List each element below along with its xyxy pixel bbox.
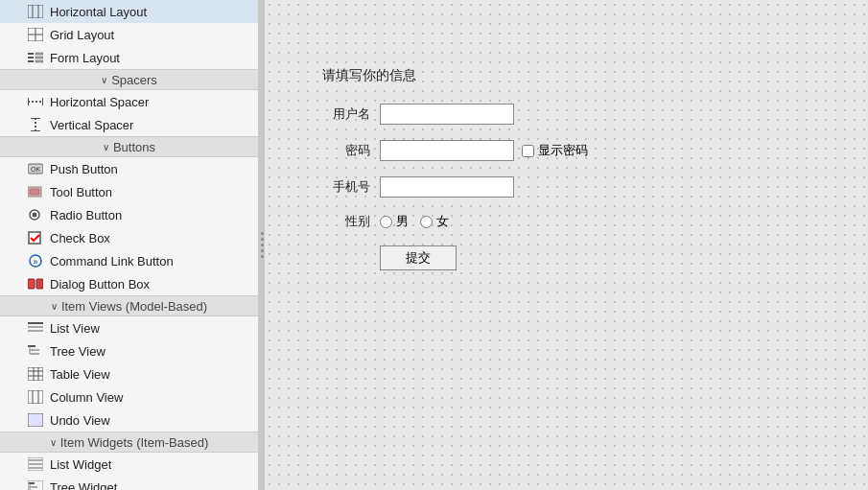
sidebar-item-push-button[interactable]: OK Push Button — [0, 157, 258, 180]
svg-rect-49 — [29, 463, 42, 465]
gender-male-label: 男 — [396, 213, 409, 230]
sidebar-item-tree-widget[interactable]: Tree Widget — [0, 476, 258, 490]
command-link-icon: » — [27, 252, 44, 269]
svg-rect-6 — [28, 53, 34, 55]
list-widget-icon — [27, 455, 44, 473]
username-label: 用户名 — [322, 105, 370, 123]
section-spacers[interactable]: ∨ Spacers — [0, 69, 258, 90]
svg-rect-0 — [28, 5, 43, 18]
svg-rect-21 — [30, 189, 39, 195]
sidebar-item-checkbox[interactable]: Check Box — [0, 226, 258, 249]
sidebar-item-list-view[interactable]: List View — [0, 316, 258, 339]
sidebar-item-label: Dialog Button Box — [50, 277, 150, 292]
svg-rect-46 — [28, 413, 43, 427]
svg-text:OK: OK — [31, 166, 40, 173]
sidebar-item-horizontal-spacer[interactable]: Horizontal Spacer — [0, 90, 258, 113]
tool-button-icon — [27, 183, 44, 200]
sidebar-item-label: List View — [50, 321, 100, 336]
horizontal-spacer-icon — [27, 93, 44, 110]
form-row-phone: 手机号 — [322, 176, 610, 198]
svg-point-23 — [33, 213, 37, 218]
sidebar-item-label: Tree Widget — [50, 480, 117, 491]
form-layout-icon — [27, 49, 44, 66]
chevron-icon: ∨ — [103, 142, 109, 152]
phone-input[interactable] — [380, 176, 514, 198]
tree-widget-icon — [27, 478, 44, 490]
table-view-icon — [27, 365, 44, 383]
sidebar-item-label: Command Link Button — [50, 254, 174, 268]
section-buttons[interactable]: ∨ Buttons — [0, 136, 258, 157]
dot — [261, 255, 264, 258]
gender-male-radio[interactable] — [380, 216, 392, 228]
sidebar: Horizontal Layout Grid Layout Form Layou… — [0, 0, 259, 490]
sidebar-item-label: Column View — [50, 390, 123, 405]
password-input[interactable] — [380, 140, 514, 161]
sidebar-item-horizontal-layout[interactable]: Horizontal Layout — [0, 0, 258, 23]
column-view-icon — [27, 388, 44, 406]
sidebar-item-tool-button[interactable]: Tool Button — [0, 180, 258, 203]
chevron-icon: ∨ — [51, 301, 58, 312]
main-content: 请填写你的信息 用户名 密码 显示密码 手机号 性别 男 — [265, 0, 868, 490]
sidebar-item-radio-button[interactable]: Radio Button — [0, 203, 258, 226]
dot — [261, 238, 264, 241]
svg-rect-30 — [28, 326, 43, 328]
horiz-layout-icon — [27, 3, 44, 20]
dialog-button-icon — [27, 275, 44, 292]
gender-radio-group: 男 女 — [380, 213, 449, 230]
sidebar-item-column-view[interactable]: Column View — [0, 385, 258, 408]
dot — [261, 249, 264, 252]
sidebar-item-label: Table View — [50, 367, 110, 382]
chevron-icon: ∨ — [101, 75, 107, 85]
svg-rect-34 — [32, 353, 39, 355]
svg-rect-27 — [28, 279, 35, 289]
form-row-username: 用户名 — [322, 104, 610, 125]
svg-rect-28 — [36, 279, 43, 289]
svg-rect-38 — [28, 367, 43, 381]
gender-female-option: 女 — [420, 213, 449, 230]
sidebar-item-command-link[interactable]: » Command Link Button — [0, 249, 258, 272]
sidebar-item-table-view[interactable]: Table View — [0, 362, 258, 385]
section-item-widgets[interactable]: ∨ Item Widgets (Item-Based) — [0, 432, 258, 453]
svg-text:»: » — [33, 257, 37, 267]
svg-rect-24 — [29, 232, 40, 244]
section-item-views[interactable]: ∨ Item Views (Model-Based) — [0, 295, 258, 316]
show-password-label: 显示密码 — [538, 142, 588, 159]
sidebar-item-label: Tree View — [50, 344, 106, 359]
section-header-label: Spacers — [111, 73, 157, 87]
sidebar-item-label: Grid Layout — [50, 28, 114, 42]
sidebar-item-form-layout[interactable]: Form Layout — [0, 46, 258, 69]
svg-rect-7 — [35, 53, 43, 55]
sidebar-item-vertical-spacer[interactable]: Vertical Spacer — [0, 113, 258, 136]
show-password-area: 显示密码 — [522, 142, 588, 159]
sidebar-item-tree-view[interactable]: Tree View — [0, 339, 258, 362]
form-panel: 请填写你的信息 用户名 密码 显示密码 手机号 性别 男 — [303, 58, 629, 280]
section-header-label: Item Widgets (Item-Based) — [60, 435, 209, 450]
sidebar-item-list-widget[interactable]: List Widget — [0, 453, 258, 476]
form-row-gender: 性别 男 女 — [322, 213, 610, 230]
sidebar-item-label: Horizontal Layout — [50, 5, 147, 19]
phone-label: 手机号 — [322, 178, 370, 196]
chevron-icon: ∨ — [50, 437, 57, 448]
sidebar-item-undo-view[interactable]: Undo View — [0, 408, 258, 432]
sidebar-item-label: Undo View — [50, 413, 110, 428]
svg-rect-10 — [28, 60, 34, 62]
svg-rect-32 — [28, 345, 35, 347]
form-title: 请填写你的信息 — [322, 67, 610, 84]
svg-rect-50 — [29, 467, 42, 469]
submit-button[interactable]: 提交 — [380, 245, 457, 270]
show-password-checkbox[interactable] — [522, 145, 534, 157]
tree-view-icon — [27, 342, 44, 360]
gender-female-radio[interactable] — [420, 216, 433, 228]
radio-button-icon — [27, 206, 44, 223]
vertical-spacer-icon — [27, 116, 44, 133]
svg-rect-43 — [28, 390, 43, 404]
dot — [261, 232, 264, 235]
username-input[interactable] — [380, 104, 514, 125]
svg-rect-53 — [32, 486, 37, 488]
sidebar-item-label: Vertical Spacer — [50, 118, 133, 132]
sidebar-item-dialog-button-box[interactable]: Dialog Button Box — [0, 272, 258, 295]
sidebar-item-label: Check Box — [50, 231, 110, 245]
sidebar-item-label: Tool Button — [50, 185, 112, 199]
sidebar-item-grid-layout[interactable]: Grid Layout — [0, 23, 258, 46]
gender-label: 性别 — [322, 213, 370, 230]
